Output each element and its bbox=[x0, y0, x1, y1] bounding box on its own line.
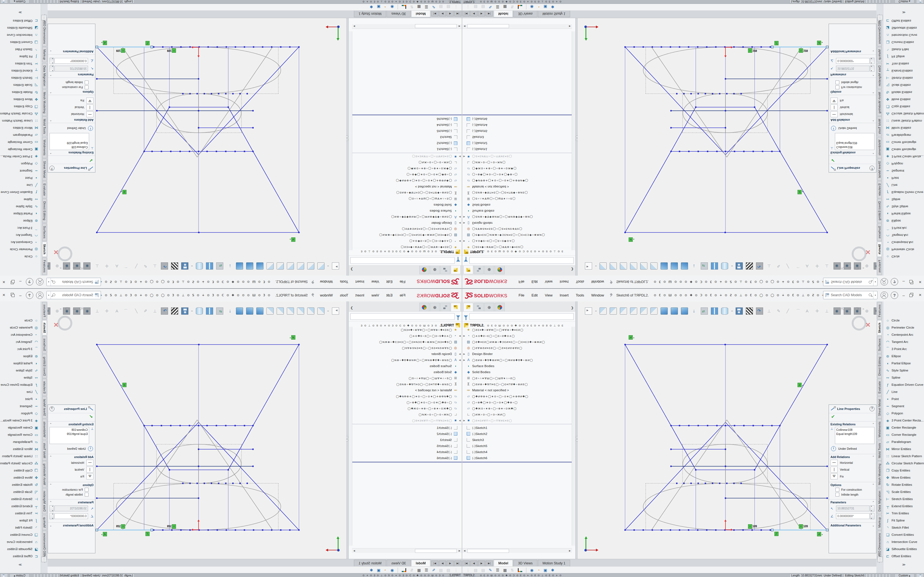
commandmanager-tab-data-migration[interactable]: Data Migration bbox=[877, 488, 882, 514]
menu-edit[interactable]: Edit bbox=[528, 278, 541, 286]
palette-item-3-point-center-recta-[interactable]: ◈3 Point Center Recta... bbox=[0, 417, 41, 424]
scroll-left-icon[interactable]: ◀ bbox=[457, 550, 462, 552]
tree-item-sketch3[interactable]: Sketch3 bbox=[352, 437, 462, 443]
commandmanager-tab-mesh-modeling[interactable]: Mesh Modeling bbox=[42, 89, 47, 116]
tab-nav-button[interactable]: |◀ bbox=[454, 561, 462, 567]
palette-item-spline[interactable]: ∾Spline bbox=[0, 196, 41, 203]
tree-filter-input[interactable] bbox=[351, 257, 455, 264]
minimize-button[interactable]: – bbox=[16, 280, 24, 284]
sketch-relation-badge[interactable]: ⊿₃ bbox=[798, 190, 803, 194]
ok-check-icon[interactable]: ✔ bbox=[48, 157, 95, 164]
tree-item[interactable]: ≔Material < not specified > bbox=[462, 387, 572, 393]
spinner[interactable] bbox=[50, 513, 54, 519]
search-box[interactable]: Search CAD Models ▾ bbox=[823, 291, 877, 299]
collapse-icon[interactable]: ⌃ bbox=[872, 118, 874, 122]
parameter-input[interactable]: 0.00000000° bbox=[55, 58, 88, 64]
spinner[interactable] bbox=[50, 58, 54, 64]
help-icon[interactable]: ? bbox=[891, 292, 898, 299]
menu-window[interactable]: Window bbox=[588, 292, 607, 299]
tree-item[interactable]: ▶A◯ƧИ⊛∘✚∀✚⊛ИΦ◯∘◯ΦИ⊛✚∀✚∘⊛И◯ bbox=[352, 357, 462, 363]
palette-item-move-entities[interactable]: ✥Move Entities bbox=[883, 96, 924, 103]
doc-tab-model[interactable]: Model bbox=[494, 560, 513, 567]
doc-tab-3d-views[interactable]: 3D Views bbox=[514, 10, 537, 17]
palette-item-line[interactable]: ╱Line bbox=[883, 388, 924, 395]
tab-featuremanager[interactable] bbox=[464, 303, 473, 311]
tree-vertical-scrollbar[interactable] bbox=[349, 327, 352, 546]
camera-icon[interactable]: ◉ bbox=[530, 568, 533, 572]
gear-icon[interactable]: ✱ bbox=[551, 568, 554, 572]
palette-item-equation-driven-curve[interactable]: ƒEquation Driven Curve bbox=[0, 381, 41, 388]
commandmanager-tab-weldments[interactable]: Weldments bbox=[877, 137, 882, 158]
collapse-icon[interactable]: ⌃ bbox=[50, 151, 52, 155]
palette-item-centerpoint-arc[interactable]: ◔Centerpoint Arc bbox=[0, 239, 41, 246]
checkbox[interactable] bbox=[85, 488, 89, 492]
expander-icon[interactable]: ▶ bbox=[458, 156, 462, 158]
commandmanager-tab-evaluate[interactable]: Evaluate bbox=[42, 181, 47, 198]
rollback-bar[interactable] bbox=[462, 462, 572, 463]
palette-item-segment[interactable]: ┅Segment bbox=[883, 167, 924, 174]
tab-propertymanager[interactable] bbox=[474, 303, 484, 311]
tab-configurationmanager[interactable]: ⊕ bbox=[484, 266, 494, 274]
spinner[interactable] bbox=[870, 65, 874, 72]
minimize-button[interactable]: – bbox=[900, 293, 908, 298]
doc-tab-3d-views[interactable]: 3D Views bbox=[387, 560, 410, 567]
collapse-icon[interactable]: ⌃ bbox=[50, 422, 52, 426]
add-relation-vertical[interactable]: ❘Vertical bbox=[50, 467, 94, 472]
user-account-icon[interactable] bbox=[36, 292, 44, 299]
palette-item-polygon[interactable]: ◇Polygon bbox=[883, 410, 924, 417]
menu-view[interactable]: View bbox=[368, 278, 383, 286]
tree-filter-input[interactable] bbox=[351, 313, 455, 320]
expander-icon[interactable]: ▶ bbox=[458, 359, 462, 361]
scroll-thumb[interactable] bbox=[467, 549, 509, 553]
tab-displaymanager[interactable] bbox=[419, 303, 429, 311]
splitter-handle[interactable] bbox=[346, 135, 348, 138]
rollback-bar[interactable] bbox=[352, 462, 462, 463]
menu-edit[interactable]: Edit bbox=[383, 278, 396, 286]
expander-icon[interactable]: ▶ bbox=[462, 240, 466, 243]
commandmanager-tab-markup[interactable]: Markup bbox=[42, 515, 47, 530]
palette-item-trim-entities[interactable]: ✂Trim Entities bbox=[883, 510, 924, 517]
palette-item-intersection-curve[interactable]: ∩Intersection Curve bbox=[0, 538, 41, 545]
palette-item-silhouette-entities[interactable]: ◪Silhouette Entities bbox=[883, 24, 924, 32]
commandmanager-tab-sheet-metal[interactable]: Sheet Metal bbox=[877, 158, 882, 181]
palette-item-mirror-entities[interactable]: ⋈Mirror Entities bbox=[883, 124, 924, 132]
tree-item[interactable]: ▶▯Design Binder bbox=[462, 351, 572, 357]
palette-item-style-spline[interactable]: ∿Style Spline bbox=[0, 367, 41, 374]
tree-item-sketch1[interactable]: (-) Sketch1 bbox=[462, 146, 572, 152]
tree-item-sketch5[interactable]: (-) Sketch5 bbox=[352, 443, 462, 449]
tree-item[interactable]: ▱◯✚ИΦ⊛∔◯∗⊙∘◯∘⊙∗◯∔⊛ΦИ✚◯ bbox=[352, 178, 462, 184]
palette-item-offset-entities[interactable]: ⊏Offset Entities bbox=[883, 553, 924, 560]
menu-window[interactable]: Window bbox=[317, 278, 336, 286]
tree-item[interactable]: ▱◯∘⊛✚◯∗⊙∘◯∘⊙∗◯✚⊛∘◯ bbox=[352, 172, 462, 178]
tree-item-sketch6[interactable]: (-) Sketch6 bbox=[462, 455, 572, 461]
palette-item-ellipse[interactable]: ⊜Ellipse bbox=[883, 353, 924, 359]
palette-item-line[interactable]: ╱Line bbox=[0, 388, 41, 395]
commandmanager-tab-weldments[interactable]: Weldments bbox=[42, 137, 47, 158]
palette-item-scale-entities[interactable]: ◹Scale Entities bbox=[0, 82, 41, 89]
menu-insert[interactable]: Insert bbox=[556, 278, 572, 286]
palette-item-intersection-curve[interactable]: ∩Intersection Curve bbox=[0, 32, 41, 39]
chart-icon[interactable] bbox=[402, 5, 406, 9]
commandmanager-tab-mbd-dimensions[interactable]: MBD Dimensions bbox=[877, 17, 882, 47]
option-for-construction[interactable]: For construction bbox=[50, 85, 89, 89]
menu-insert[interactable]: Insert bbox=[352, 278, 368, 286]
palette-item-intersection-curve[interactable]: ∩Intersection Curve bbox=[883, 32, 924, 39]
palette-item-perimeter-circle[interactable]: ◎Perimeter Circle bbox=[0, 246, 41, 253]
menu-edit[interactable]: Edit bbox=[383, 292, 396, 299]
commandmanager-tab-features[interactable]: Features bbox=[42, 302, 47, 319]
tree-item[interactable]: ▶A◯ƧИ⊛∘✚∀✚⊛ИΦ◯∘◯ΦИ⊛✚∀✚∘⊛И◯ bbox=[462, 214, 572, 220]
tree-item[interactable]: ▱◯✚Ж⊙∘∗⊛∘◯∘⊛∗∘⊙Ж✚◯ bbox=[462, 405, 572, 411]
tree-item[interactable]: ▶■◯Ƨ≡ƐИ∀⊓∘◯∘⊓∀ИƐ≡Ƨ◯ bbox=[352, 153, 462, 160]
search-dropdown-icon[interactable]: ▾ bbox=[873, 291, 877, 299]
palette-item-sketch-fillet[interactable]: ◝Sketch Fillet bbox=[883, 46, 924, 53]
lines-icon[interactable]: ☰ bbox=[425, 5, 428, 9]
commandmanager-tab-markup[interactable]: Markup bbox=[877, 47, 882, 62]
tree-item[interactable]: ▶◔◯∧⊙✚Ƨ∘Ɛ◯∘◯Ɛ∘Ƨ✚⊙∧◯ bbox=[352, 333, 462, 339]
folder-icon[interactable]: ▣ bbox=[543, 568, 547, 572]
palette-item-spline[interactable]: ∾Spline bbox=[0, 374, 41, 381]
palette-item-copy-entities[interactable]: ❐Copy Entities bbox=[883, 467, 924, 474]
relation-entry[interactable]: Equal length109 bbox=[836, 432, 873, 436]
tree-item-sketch6[interactable]: (-) Sketch6 bbox=[352, 116, 462, 122]
palette-item-stretch-entities[interactable]: ⊢Stretch Entities bbox=[883, 74, 924, 82]
expander-icon[interactable]: ▶ bbox=[462, 156, 466, 158]
